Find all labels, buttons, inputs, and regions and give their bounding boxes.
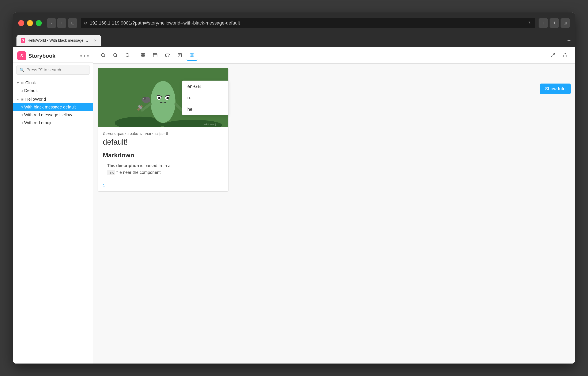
expand-icon: ▼: [16, 98, 20, 101]
svg-rect-11: [141, 55, 143, 57]
desc-text-4: file near the component.: [115, 170, 162, 175]
storybook-logo: S Storybook: [17, 51, 55, 60]
expand-icon: ▼: [16, 81, 20, 85]
sidebar-item-clock-default[interactable]: □ Default: [13, 87, 93, 95]
tab-title: HelloWorld - With black message default …: [27, 38, 90, 43]
sidebar-item-label: HelloWorld: [25, 97, 90, 102]
svg-point-32: [167, 97, 168, 99]
sidebar-item-with-red-emoji[interactable]: □ With red emoji: [13, 119, 93, 127]
share-button[interactable]: ⬆: [550, 18, 559, 28]
nav-buttons: ‹ ›: [47, 18, 66, 28]
toolbar: [93, 47, 575, 64]
zoom-in-button[interactable]: [110, 50, 121, 61]
titlebar: ‹ › ⊡ ⊙ 192.168.1.119:9001/?path=/story/…: [13, 12, 575, 34]
search-input[interactable]: [26, 67, 87, 72]
image-button[interactable]: [174, 50, 185, 61]
main-content: S Storybook • • • 🔍 ▼ ⊞ Clock: [13, 47, 575, 364]
tree-group-helloworld: ▼ ⊞ HelloWorld □ With black message defa…: [13, 95, 93, 127]
grid-button[interactable]: [137, 50, 148, 61]
svg-text:[adult swim]: [adult swim]: [203, 123, 216, 126]
extensions-button[interactable]: ⊞: [561, 18, 570, 28]
address-bar[interactable]: ⊙ 192.168.1.119:9001/?path=/story/hellow…: [81, 18, 535, 28]
dropdown-item-he[interactable]: he: [182, 104, 228, 115]
story-icon: □: [21, 121, 22, 124]
sidebar-item-label: With red message Hellow: [24, 112, 90, 117]
component-icon: ⊞: [21, 98, 24, 101]
titlebar-right: ↓ ⬆ ⊞: [539, 18, 570, 28]
sidebar-item-clock[interactable]: ▼ ⊞ Clock: [13, 79, 93, 87]
tree-group-clock: ▼ ⊞ Clock □ Default: [13, 79, 93, 95]
canvas-area: [adult swim] Демонстрация работы плагина…: [93, 47, 575, 364]
svg-point-17: [179, 54, 179, 55]
sidebar-item-label: Default: [24, 88, 90, 93]
svg-line-8: [128, 56, 129, 57]
maximize-button[interactable]: [36, 20, 42, 26]
sidebar-item-label: Clock: [25, 80, 90, 85]
svg-rect-9: [141, 54, 143, 55]
share-toolbar-button[interactable]: [560, 50, 571, 61]
story-footer: 1: [98, 180, 228, 191]
search-box[interactable]: 🔍: [16, 65, 90, 75]
desc-text-3: .md: [107, 170, 115, 175]
story-markdown-title: Markdown: [103, 152, 223, 159]
desc-text-1: This: [107, 163, 116, 168]
sidebar-tree: ▼ ⊞ Clock □ Default ▼ ⊞ HelloWorld: [13, 77, 93, 364]
svg-point-26: [150, 81, 176, 123]
svg-point-7: [126, 54, 129, 57]
desc-text-2: is parsed from a: [139, 163, 170, 168]
globe-button[interactable]: [187, 50, 198, 61]
svg-rect-10: [143, 54, 145, 55]
show-info-button[interactable]: Show Info: [540, 84, 571, 94]
new-tab-button[interactable]: +: [567, 37, 571, 44]
sidebar-menu-button[interactable]: • • •: [80, 53, 89, 59]
sidebar-item-with-black-message-default[interactable]: □ With black message default: [13, 103, 93, 111]
story-icon: □: [21, 113, 22, 117]
svg-line-4: [116, 56, 117, 57]
zoom-reset-button[interactable]: [122, 50, 133, 61]
window-control-button[interactable]: ⊡: [68, 18, 77, 28]
locale-dropdown: en-GB ru he: [182, 81, 229, 115]
component-icon: ⊞: [21, 81, 24, 85]
story-description: This description is parsed from a .md fi…: [103, 162, 223, 176]
desc-bold: description: [116, 163, 139, 168]
sidebar-item-label: With black message default: [24, 105, 90, 110]
story-subtitle: Демонстрация работы плагина jss-rtl: [103, 132, 223, 136]
close-button[interactable]: [18, 20, 24, 26]
minimize-button[interactable]: [27, 20, 33, 26]
traffic-lights: [18, 20, 42, 26]
svg-line-21: [551, 55, 553, 57]
viewport-button[interactable]: [162, 50, 173, 61]
search-icon: 🔍: [20, 68, 24, 72]
forward-button[interactable]: ›: [57, 18, 66, 28]
zoom-out-button[interactable]: [98, 50, 109, 61]
sidebar-item-helloworld[interactable]: ▼ ⊞ HelloWorld: [13, 95, 93, 103]
storybook-logo-text: Storybook: [28, 53, 55, 59]
svg-line-1: [104, 56, 105, 57]
sidebar: S Storybook • • • 🔍 ▼ ⊞ Clock: [13, 47, 93, 364]
svg-rect-13: [153, 54, 157, 57]
url-text: 192.168.1.119:9001/?path=/story/hellowor…: [90, 20, 526, 26]
sidebar-header: S Storybook • • •: [13, 47, 93, 63]
active-tab[interactable]: S HelloWorld - With black message defaul…: [16, 35, 101, 46]
tab-close-button[interactable]: ✕: [94, 38, 97, 43]
page-number: 1: [103, 184, 105, 188]
download-button[interactable]: ↓: [539, 18, 548, 28]
sidebar-item-with-red-message-hellow[interactable]: □ With red message Hellow: [13, 111, 93, 119]
back-button[interactable]: ‹: [47, 18, 56, 28]
dropdown-item-ru[interactable]: ru: [182, 92, 228, 104]
story-icon: □: [21, 106, 22, 109]
tab-favicon: S: [21, 38, 25, 43]
svg-rect-12: [143, 55, 145, 57]
svg-line-20: [553, 54, 555, 55]
reload-button[interactable]: ↻: [528, 21, 532, 26]
browser-window: ‹ › ⊡ ⊙ 192.168.1.119:9001/?path=/story/…: [13, 12, 575, 364]
story-content: Демонстрация работы плагина jss-rtl defa…: [98, 127, 228, 180]
dropdown-item-en-gb[interactable]: en-GB: [182, 81, 228, 92]
canvas-container[interactable]: [adult swim] Демонстрация работы плагина…: [93, 64, 575, 364]
lock-icon: ⊙: [84, 21, 87, 25]
svg-point-31: [159, 97, 160, 99]
background-button[interactable]: [150, 50, 161, 61]
storybook-logo-icon: S: [17, 51, 26, 60]
tabbar: S HelloWorld - With black message defaul…: [13, 34, 575, 47]
fullscreen-button[interactable]: [547, 50, 558, 61]
